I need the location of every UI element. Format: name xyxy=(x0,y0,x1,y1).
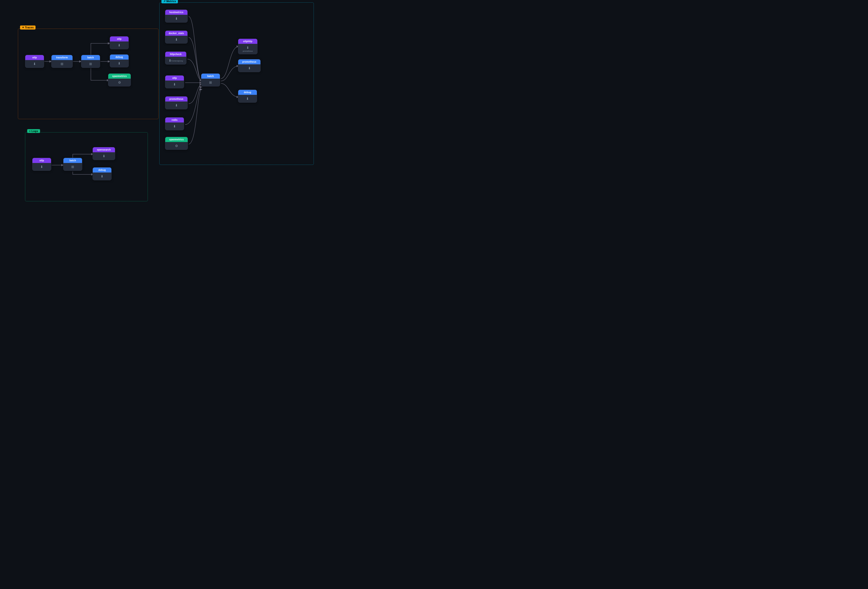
otlphttp-sub: prometheus xyxy=(243,50,253,52)
traces-otlp-node[interactable]: otlp ⬇ xyxy=(25,55,44,68)
download-icon15: ⬇ xyxy=(246,97,249,100)
m-hostmetrics-node[interactable]: hostmetrics ⬇ xyxy=(165,10,187,23)
traces-transform-header: transform xyxy=(52,55,72,60)
m-otlp-header: otlp xyxy=(165,75,184,81)
download-icon: ⬇ xyxy=(33,62,36,66)
download-icon7: ⬇ xyxy=(175,17,178,21)
logs-label: ≡ Logs xyxy=(27,129,40,133)
traces-label: ✦ Traces xyxy=(20,25,35,29)
r-prometheus-header: prometheus xyxy=(238,59,260,64)
m-spanmetrics-body: ⚙ xyxy=(165,142,187,150)
m-redis-node[interactable]: redis ⬇ xyxy=(165,117,184,130)
download-icon4: ⬇ xyxy=(40,165,43,169)
download-icon13: ⬇ xyxy=(247,46,249,50)
gear-icon: ⚙ xyxy=(118,81,121,84)
logs-otlp-header: otlp xyxy=(32,158,51,163)
m-spanmetrics-node[interactable]: spanmetrics ⚙ xyxy=(165,137,188,150)
logs-otlp-body: ⬇ xyxy=(32,163,51,171)
traces-transform-body: ⊞ xyxy=(52,60,72,68)
traces-spanmetrics-body: ⚙ xyxy=(108,79,131,86)
download-icon9: ⬇ xyxy=(168,59,171,62)
m-otlp-body: ⬇ xyxy=(165,81,184,88)
m-docker-header: docker_stats xyxy=(165,31,187,36)
m-hostmetrics-header: hostmetrics xyxy=(165,10,187,15)
traces-otlp2-node[interactable]: otlp ⬇ xyxy=(110,36,129,49)
logs-otlp-node[interactable]: otlp ⬇ xyxy=(32,158,51,171)
logs-debug-node[interactable]: debug ⬇ xyxy=(93,167,112,180)
r-prometheus-node[interactable]: prometheus ⬇ xyxy=(238,59,261,72)
grid-icon4: ⊞ xyxy=(209,81,212,84)
m-batch-header: batch xyxy=(201,74,220,79)
httpcheck-sub: frontendproxy xyxy=(171,60,183,62)
grid-icon3: ⊞ xyxy=(71,165,74,169)
logs-debug-body: ⬇ xyxy=(93,172,111,180)
traces-debug-node[interactable]: debug ⬇ xyxy=(110,54,129,68)
r-debug-node[interactable]: debug ⬇ xyxy=(238,90,257,103)
m-redis-body: ⬇ xyxy=(165,122,184,130)
traces-spanmetrics-header: spanmetrics xyxy=(108,74,131,79)
download-icon8: ⬇ xyxy=(175,38,178,41)
logs-debug-header: debug xyxy=(93,168,111,172)
m-hostmetrics-body: ⬇ xyxy=(165,15,187,22)
r-debug-header: debug xyxy=(238,90,257,95)
r-prometheus-body: ⬇ xyxy=(238,64,260,72)
traces-group: ✦ Traces xyxy=(18,29,159,119)
traces-otlp2-body: ⬇ xyxy=(110,41,128,49)
logs-batch-header: batch xyxy=(63,158,82,163)
m-docker-body: ⬇ xyxy=(165,36,187,43)
download-icon6: ⬇ xyxy=(100,174,103,178)
logs-opensearch-body: ⬇ xyxy=(93,152,115,160)
download-icon12: ⬇ xyxy=(173,124,176,128)
traces-otlp-body: ⬇ xyxy=(25,60,44,68)
m-batch-node[interactable]: batch ⊞ xyxy=(201,74,220,87)
r-otlphttp-body: ⬇ prometheus xyxy=(238,44,257,54)
download-icon2: ⬇ xyxy=(118,62,121,65)
m-httpcheck-node[interactable]: httpcheck ⬇ frontendproxy xyxy=(165,52,186,65)
download-icon5: ⬇ xyxy=(103,154,105,158)
logs-opensearch-header: opensearch xyxy=(93,147,115,152)
m-httpcheck-header: httpcheck xyxy=(165,52,186,57)
traces-batch-header: batch xyxy=(81,55,100,60)
traces-debug-body: ⬇ xyxy=(110,60,128,67)
logs-batch-node[interactable]: batch ⊞ xyxy=(63,158,82,171)
traces-transform-node[interactable]: transform ⊞ xyxy=(51,55,73,68)
download-icon11: ⬇ xyxy=(175,103,178,107)
m-prometheus-node[interactable]: prometheus ⬇ xyxy=(165,96,187,109)
m-prometheus-header: prometheus xyxy=(165,97,187,102)
traces-otlp2-header: otlp xyxy=(110,37,128,41)
m-prometheus-body: ⬇ xyxy=(165,102,187,109)
m-httpcheck-body: ⬇ frontendproxy xyxy=(165,57,186,64)
gear-icon2: ⚙ xyxy=(175,144,178,148)
traces-batch-body: ⊞ xyxy=(81,60,100,68)
logs-batch-body: ⊞ xyxy=(63,163,82,171)
r-otlphttp-node[interactable]: otlphttp ⬇ prometheus xyxy=(238,38,258,54)
download-icon14: ⬇ xyxy=(248,66,251,70)
traces-spanmetrics-node[interactable]: spanmetrics ⚙ xyxy=(108,74,131,87)
r-debug-body: ⬇ xyxy=(238,95,257,102)
r-otlphttp-header: otlphttp xyxy=(238,39,257,44)
m-spanmetrics-header: spanmetrics xyxy=(165,137,187,142)
grid-icon2: ⊞ xyxy=(89,62,92,66)
metrics-label: ↗ Metrics xyxy=(161,0,178,3)
m-otlp-node[interactable]: otlp ⬇ xyxy=(165,75,184,88)
grid-icon: ⊞ xyxy=(61,62,63,66)
traces-debug-header: debug xyxy=(110,54,128,60)
traces-otlp-header: otlp xyxy=(25,55,44,60)
m-redis-header: redis xyxy=(165,118,184,122)
download-icon3: ⬇ xyxy=(118,43,121,47)
m-docker-node[interactable]: docker_stats ⬇ xyxy=(165,31,187,44)
m-batch-body: ⊞ xyxy=(201,79,220,86)
logs-opensearch-node[interactable]: opensearch ⬇ xyxy=(93,147,115,160)
download-icon10: ⬇ xyxy=(173,82,176,86)
traces-batch-node[interactable]: batch ⊞ xyxy=(81,55,100,68)
